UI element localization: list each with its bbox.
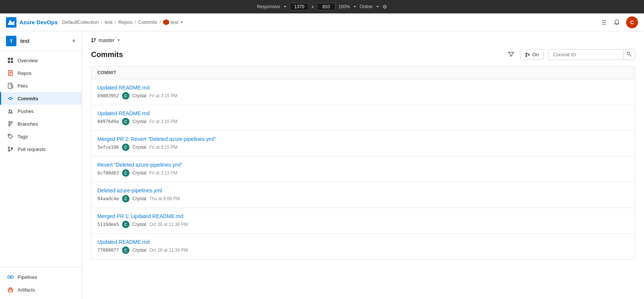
ado-logo[interactable]: Azure DevOps <box>6 17 58 28</box>
toggle-button[interactable]: On <box>520 50 544 60</box>
commit-author: Crystal <box>132 145 146 150</box>
author-avatar: C <box>122 144 129 151</box>
commit-id-input[interactable] <box>548 50 623 59</box>
sidebar-item-pull-requests[interactable]: Pull requests <box>0 143 82 155</box>
table-row[interactable]: Updated README.md 77080077 C Crystal Oct… <box>91 234 635 259</box>
x-label: x <box>312 4 314 9</box>
sidebar-item-artifacts[interactable]: Artifacts <box>0 283 82 296</box>
commit-hash: 84976d9a <box>97 119 119 124</box>
sidebar-project-name: T test <box>6 36 29 46</box>
pipelines-icon <box>7 274 14 280</box>
sidebar-item-files[interactable]: Files <box>0 79 82 92</box>
commit-graph-icon <box>525 52 530 57</box>
svg-marker-0 <box>284 6 286 7</box>
project-name: test <box>20 38 29 44</box>
table-row[interactable]: Updated README.md 84976d9a C Crystal Fri… <box>91 105 635 131</box>
sidebar-bottom-section: Pipelines Artifacts <box>0 267 82 299</box>
commit-id-search-button[interactable] <box>623 50 635 60</box>
artifacts-label: Artifacts <box>18 287 35 293</box>
table-row[interactable]: Merged PR 2: Revert "Deleted azure-pipel… <box>91 131 635 157</box>
files-label: Files <box>18 83 28 89</box>
pr-label: Pull requests <box>18 147 46 152</box>
commit-date: Fri at 3:13 PM <box>149 170 177 176</box>
commit-author: Crystal <box>132 119 146 124</box>
table-row[interactable]: Merged PR 1: Updated README.md 5110dee5 … <box>91 208 635 234</box>
repos-label: Repos <box>18 70 32 76</box>
author-avatar: C <box>122 195 129 202</box>
commit-meta: 5110dee5 C Crystal Oct 26 at 11:36 PM <box>97 221 629 228</box>
filter-icon <box>508 51 514 57</box>
sidebar-item-branches[interactable]: Branches <box>0 117 82 130</box>
commit-meta: b9803952 C Crystal Fri at 3:15 PM <box>97 92 629 100</box>
svg-point-34 <box>8 147 10 148</box>
breadcrumb-repos[interactable]: Repos <box>118 19 132 25</box>
pushes-label: Pushes <box>18 108 34 114</box>
height-input[interactable] <box>317 3 335 10</box>
breadcrumb-collection[interactable]: DefaultCollection <box>62 19 99 25</box>
commit-hash: 5efce196 <box>97 145 119 150</box>
ado-logo-text: Azure DevOps <box>19 19 58 25</box>
author-avatar: C <box>122 169 129 177</box>
breadcrumb-project[interactable]: test <box>104 19 112 25</box>
svg-rect-11 <box>11 58 13 60</box>
breadcrumb-repo[interactable]: test <box>163 19 184 25</box>
settings-icon[interactable]: ⚙ <box>382 4 387 10</box>
checklist-icon <box>601 19 607 26</box>
breadcrumb-repo-name: test <box>171 19 178 25</box>
pr-icon <box>7 146 14 152</box>
commit-author: Crystal <box>132 248 146 253</box>
svg-point-29 <box>9 122 10 123</box>
online-dropdown-icon <box>376 5 379 9</box>
ado-logo-icon <box>6 17 16 28</box>
user-avatar[interactable]: C <box>626 16 638 28</box>
svg-point-24 <box>11 112 12 113</box>
commits-rows: Updated README.md b9803952 C Crystal Fri… <box>91 79 635 259</box>
breadcrumb-sep2: / <box>115 19 116 25</box>
author-avatar: C <box>122 92 129 100</box>
svg-line-9 <box>616 24 618 25</box>
breadcrumb-commits[interactable]: Commits <box>138 19 157 25</box>
project-initial: T <box>6 36 16 46</box>
svg-marker-46 <box>118 40 120 41</box>
breadcrumb: DefaultCollection / test / Repos / Commi… <box>62 19 184 25</box>
svg-point-20 <box>9 97 12 100</box>
commit-message: Updated README.md <box>97 85 629 91</box>
commit-date: Fri at 3:15 PM <box>149 145 177 150</box>
commit-date: Fri at 3:15 PM <box>149 119 177 124</box>
sidebar-item-pipelines[interactable]: Pipelines <box>0 271 82 283</box>
ado-header: Azure DevOps DefaultCollection / test / … <box>0 13 644 31</box>
table-row[interactable]: Updated README.md b9803952 C Crystal Fri… <box>91 79 635 105</box>
notifications-button[interactable] <box>613 19 620 26</box>
table-row[interactable]: Revert "Deleted azure-pipelines.yml" 6cf… <box>91 157 635 182</box>
search-icon <box>626 51 632 57</box>
svg-rect-38 <box>11 276 13 278</box>
artifacts-icon <box>7 286 14 293</box>
commit-date: Oct 26 at 11:36 PM <box>149 248 188 253</box>
commit-message: Merged PR 2: Revert "Deleted azure-pipel… <box>97 136 629 142</box>
svg-point-43 <box>92 38 93 40</box>
sidebar-item-tags[interactable]: Tags <box>0 130 82 143</box>
sidebar-item-repos[interactable]: Repos <box>0 67 82 79</box>
filter-button[interactable] <box>507 50 516 60</box>
sidebar-item-pushes[interactable]: Pushes <box>0 105 82 117</box>
checklist-button[interactable] <box>601 19 607 26</box>
sidebar-add-button[interactable]: + <box>72 38 76 44</box>
responsive-dropdown-icon <box>283 5 287 9</box>
pipelines-label: Pipelines <box>18 274 37 280</box>
online-label: Online <box>360 4 373 9</box>
commit-message: Merged PR 1: Updated README.md <box>97 213 629 219</box>
commit-hash: 77080077 <box>97 248 119 253</box>
commit-message: Updated README.md <box>97 239 629 245</box>
branch-button[interactable]: master <box>91 37 121 43</box>
width-input[interactable] <box>290 3 309 10</box>
zoom-label: 100% <box>338 4 350 9</box>
svg-point-30 <box>11 122 12 123</box>
sidebar-item-commits[interactable]: Commits <box>0 92 82 105</box>
svg-rect-18 <box>8 83 12 88</box>
table-row[interactable]: Deleted azure-pipelines.yml 04aadc4e C C… <box>91 182 635 208</box>
sidebar-item-overview[interactable]: Overview <box>0 54 82 67</box>
header-right: C <box>601 16 638 28</box>
commits-label: Commits <box>18 96 38 101</box>
header-left: Azure DevOps DefaultCollection / test / … <box>6 17 184 28</box>
commits-table: Commit Updated README.md b9803952 C Crys… <box>91 66 635 259</box>
